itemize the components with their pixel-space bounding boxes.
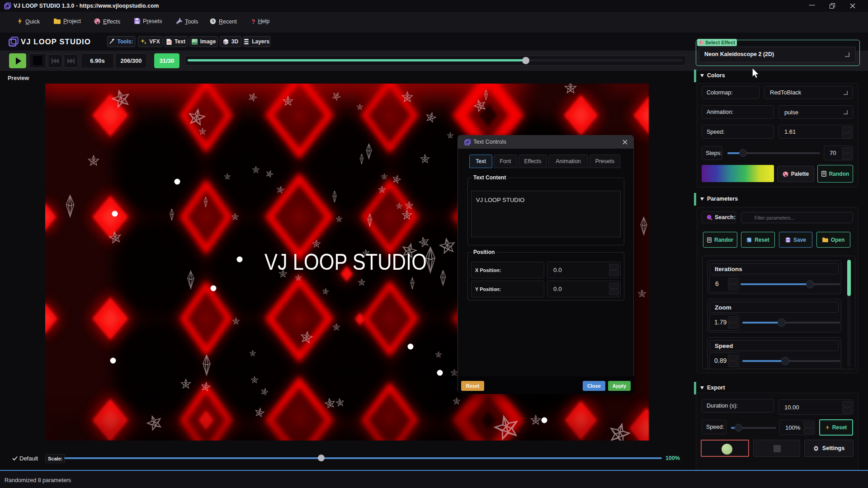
- svg-text:VJ LOOP STUDIO: VJ LOOP STUDIO: [264, 249, 427, 275]
